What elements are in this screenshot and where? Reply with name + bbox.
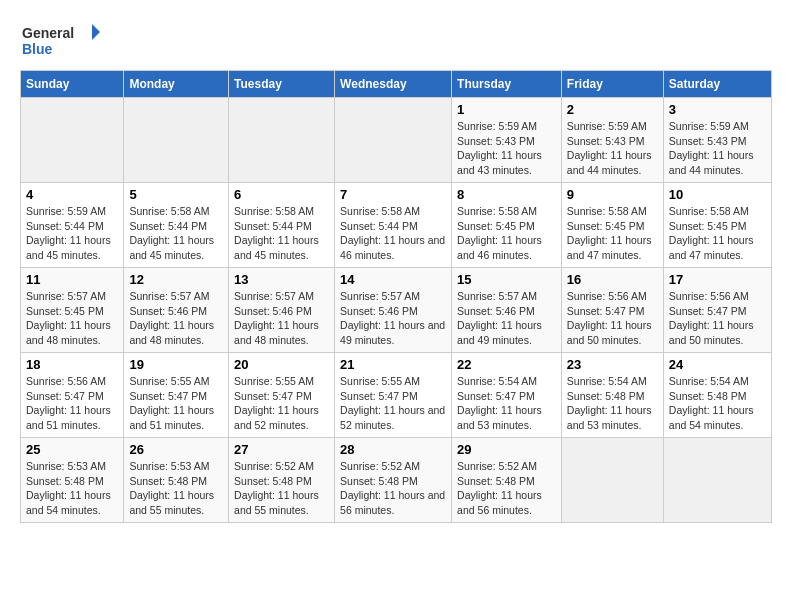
day-number: 21 — [340, 357, 446, 372]
day-number: 25 — [26, 442, 118, 457]
cell-info: Sunrise: 5:57 AMSunset: 5:45 PMDaylight:… — [26, 289, 118, 348]
cell-info: Sunrise: 5:54 AMSunset: 5:48 PMDaylight:… — [567, 374, 658, 433]
day-number: 4 — [26, 187, 118, 202]
day-number: 11 — [26, 272, 118, 287]
calendar-cell: 9Sunrise: 5:58 AMSunset: 5:45 PMDaylight… — [561, 183, 663, 268]
day-number: 22 — [457, 357, 556, 372]
cell-info: Sunrise: 5:53 AMSunset: 5:48 PMDaylight:… — [26, 459, 118, 518]
day-number: 26 — [129, 442, 223, 457]
day-number: 16 — [567, 272, 658, 287]
svg-marker-2 — [92, 24, 100, 40]
cell-info: Sunrise: 5:56 AMSunset: 5:47 PMDaylight:… — [669, 289, 766, 348]
calendar-cell: 8Sunrise: 5:58 AMSunset: 5:45 PMDaylight… — [452, 183, 562, 268]
cell-info: Sunrise: 5:54 AMSunset: 5:48 PMDaylight:… — [669, 374, 766, 433]
cell-info: Sunrise: 5:56 AMSunset: 5:47 PMDaylight:… — [567, 289, 658, 348]
cell-info: Sunrise: 5:59 AMSunset: 5:43 PMDaylight:… — [567, 119, 658, 178]
cell-info: Sunrise: 5:52 AMSunset: 5:48 PMDaylight:… — [457, 459, 556, 518]
calendar-cell — [229, 98, 335, 183]
cell-info: Sunrise: 5:58 AMSunset: 5:44 PMDaylight:… — [340, 204, 446, 263]
weekday-header-row: SundayMondayTuesdayWednesdayThursdayFrid… — [21, 71, 772, 98]
day-number: 1 — [457, 102, 556, 117]
page-header: General Blue — [20, 20, 772, 60]
svg-text:General: General — [22, 25, 74, 41]
cell-info: Sunrise: 5:52 AMSunset: 5:48 PMDaylight:… — [234, 459, 329, 518]
weekday-header-friday: Friday — [561, 71, 663, 98]
calendar-week-row: 25Sunrise: 5:53 AMSunset: 5:48 PMDayligh… — [21, 438, 772, 523]
cell-info: Sunrise: 5:57 AMSunset: 5:46 PMDaylight:… — [234, 289, 329, 348]
cell-info: Sunrise: 5:55 AMSunset: 5:47 PMDaylight:… — [129, 374, 223, 433]
calendar-cell — [663, 438, 771, 523]
cell-info: Sunrise: 5:59 AMSunset: 5:44 PMDaylight:… — [26, 204, 118, 263]
day-number: 3 — [669, 102, 766, 117]
calendar-cell: 25Sunrise: 5:53 AMSunset: 5:48 PMDayligh… — [21, 438, 124, 523]
calendar-cell: 27Sunrise: 5:52 AMSunset: 5:48 PMDayligh… — [229, 438, 335, 523]
cell-info: Sunrise: 5:57 AMSunset: 5:46 PMDaylight:… — [457, 289, 556, 348]
calendar-cell: 29Sunrise: 5:52 AMSunset: 5:48 PMDayligh… — [452, 438, 562, 523]
day-number: 29 — [457, 442, 556, 457]
cell-info: Sunrise: 5:53 AMSunset: 5:48 PMDaylight:… — [129, 459, 223, 518]
calendar-cell: 2Sunrise: 5:59 AMSunset: 5:43 PMDaylight… — [561, 98, 663, 183]
calendar-cell: 23Sunrise: 5:54 AMSunset: 5:48 PMDayligh… — [561, 353, 663, 438]
day-number: 10 — [669, 187, 766, 202]
calendar-cell — [21, 98, 124, 183]
day-number: 12 — [129, 272, 223, 287]
cell-info: Sunrise: 5:57 AMSunset: 5:46 PMDaylight:… — [129, 289, 223, 348]
day-number: 23 — [567, 357, 658, 372]
calendar-cell: 1Sunrise: 5:59 AMSunset: 5:43 PMDaylight… — [452, 98, 562, 183]
day-number: 7 — [340, 187, 446, 202]
calendar-cell: 11Sunrise: 5:57 AMSunset: 5:45 PMDayligh… — [21, 268, 124, 353]
day-number: 6 — [234, 187, 329, 202]
day-number: 24 — [669, 357, 766, 372]
cell-info: Sunrise: 5:58 AMSunset: 5:45 PMDaylight:… — [669, 204, 766, 263]
calendar-cell: 19Sunrise: 5:55 AMSunset: 5:47 PMDayligh… — [124, 353, 229, 438]
day-number: 8 — [457, 187, 556, 202]
day-number: 9 — [567, 187, 658, 202]
calendar-cell — [335, 98, 452, 183]
calendar-cell: 13Sunrise: 5:57 AMSunset: 5:46 PMDayligh… — [229, 268, 335, 353]
day-number: 20 — [234, 357, 329, 372]
day-number: 14 — [340, 272, 446, 287]
logo-svg: General Blue — [20, 20, 100, 60]
calendar-cell: 3Sunrise: 5:59 AMSunset: 5:43 PMDaylight… — [663, 98, 771, 183]
weekday-header-sunday: Sunday — [21, 71, 124, 98]
logo: General Blue — [20, 20, 100, 60]
calendar-cell: 5Sunrise: 5:58 AMSunset: 5:44 PMDaylight… — [124, 183, 229, 268]
calendar-cell: 20Sunrise: 5:55 AMSunset: 5:47 PMDayligh… — [229, 353, 335, 438]
calendar-cell: 24Sunrise: 5:54 AMSunset: 5:48 PMDayligh… — [663, 353, 771, 438]
day-number: 27 — [234, 442, 329, 457]
day-number: 15 — [457, 272, 556, 287]
cell-info: Sunrise: 5:59 AMSunset: 5:43 PMDaylight:… — [457, 119, 556, 178]
cell-info: Sunrise: 5:58 AMSunset: 5:45 PMDaylight:… — [567, 204, 658, 263]
cell-info: Sunrise: 5:57 AMSunset: 5:46 PMDaylight:… — [340, 289, 446, 348]
calendar-week-row: 1Sunrise: 5:59 AMSunset: 5:43 PMDaylight… — [21, 98, 772, 183]
calendar-cell: 15Sunrise: 5:57 AMSunset: 5:46 PMDayligh… — [452, 268, 562, 353]
calendar-cell: 12Sunrise: 5:57 AMSunset: 5:46 PMDayligh… — [124, 268, 229, 353]
day-number: 13 — [234, 272, 329, 287]
svg-text:Blue: Blue — [22, 41, 53, 57]
day-number: 17 — [669, 272, 766, 287]
calendar-cell: 10Sunrise: 5:58 AMSunset: 5:45 PMDayligh… — [663, 183, 771, 268]
calendar-cell: 14Sunrise: 5:57 AMSunset: 5:46 PMDayligh… — [335, 268, 452, 353]
calendar-cell: 7Sunrise: 5:58 AMSunset: 5:44 PMDaylight… — [335, 183, 452, 268]
calendar-cell: 4Sunrise: 5:59 AMSunset: 5:44 PMDaylight… — [21, 183, 124, 268]
cell-info: Sunrise: 5:59 AMSunset: 5:43 PMDaylight:… — [669, 119, 766, 178]
cell-info: Sunrise: 5:52 AMSunset: 5:48 PMDaylight:… — [340, 459, 446, 518]
calendar-cell: 28Sunrise: 5:52 AMSunset: 5:48 PMDayligh… — [335, 438, 452, 523]
calendar-cell — [124, 98, 229, 183]
calendar-cell: 16Sunrise: 5:56 AMSunset: 5:47 PMDayligh… — [561, 268, 663, 353]
weekday-header-saturday: Saturday — [663, 71, 771, 98]
weekday-header-wednesday: Wednesday — [335, 71, 452, 98]
calendar-week-row: 11Sunrise: 5:57 AMSunset: 5:45 PMDayligh… — [21, 268, 772, 353]
cell-info: Sunrise: 5:56 AMSunset: 5:47 PMDaylight:… — [26, 374, 118, 433]
calendar-week-row: 18Sunrise: 5:56 AMSunset: 5:47 PMDayligh… — [21, 353, 772, 438]
day-number: 2 — [567, 102, 658, 117]
cell-info: Sunrise: 5:55 AMSunset: 5:47 PMDaylight:… — [340, 374, 446, 433]
calendar-week-row: 4Sunrise: 5:59 AMSunset: 5:44 PMDaylight… — [21, 183, 772, 268]
day-number: 28 — [340, 442, 446, 457]
calendar-cell: 18Sunrise: 5:56 AMSunset: 5:47 PMDayligh… — [21, 353, 124, 438]
calendar-cell: 26Sunrise: 5:53 AMSunset: 5:48 PMDayligh… — [124, 438, 229, 523]
weekday-header-tuesday: Tuesday — [229, 71, 335, 98]
day-number: 19 — [129, 357, 223, 372]
calendar-cell: 6Sunrise: 5:58 AMSunset: 5:44 PMDaylight… — [229, 183, 335, 268]
weekday-header-monday: Monday — [124, 71, 229, 98]
